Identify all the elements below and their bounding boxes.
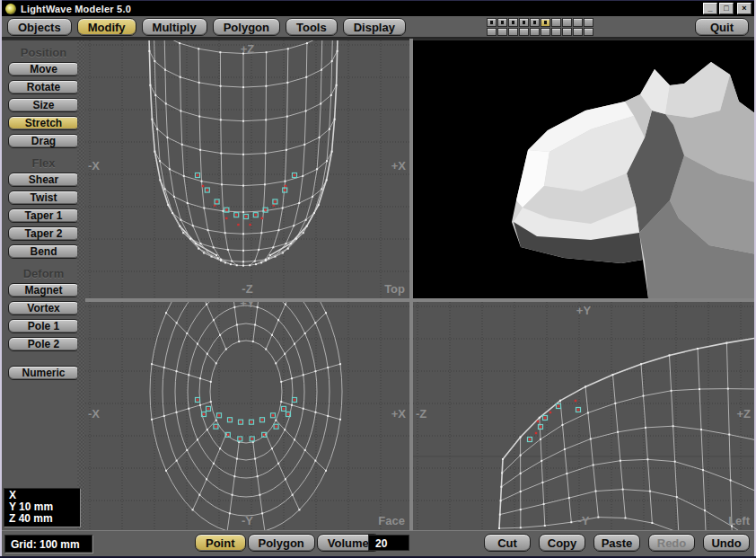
- selection-mode-buttons: PointPolygonVolume: [195, 534, 380, 552]
- sidebar-button-move[interactable]: Move: [8, 62, 80, 76]
- layer-alt-button-8[interactable]: [562, 28, 572, 36]
- wireframe-canvas-top[interactable]: [85, 40, 409, 298]
- titlebar[interactable]: LightWave Modeler 5.0 _□×: [2, 1, 754, 16]
- menu-item-polygon[interactable]: Polygon: [213, 18, 280, 36]
- menu-item-objects[interactable]: Objects: [7, 18, 72, 36]
- axis-label-right: +Z: [736, 407, 751, 421]
- section-label-flex: Flex: [2, 156, 85, 169]
- axis-label-bottom: -Y: [578, 514, 590, 527]
- section-label-position: Position: [2, 46, 85, 58]
- maximize-icon: □: [724, 4, 728, 13]
- layer-alt-button-7[interactable]: [551, 28, 561, 36]
- sidebar-button-twist[interactable]: Twist: [8, 190, 80, 205]
- layer-button-8[interactable]: [562, 18, 572, 27]
- app-window: LightWave Modeler 5.0 _□× ObjectsModifyM…: [0, 0, 756, 558]
- layer-button-3[interactable]: [508, 18, 518, 27]
- mode-button-point[interactable]: Point: [195, 534, 246, 552]
- sidebar-button-magnet[interactable]: Magnet: [8, 283, 80, 297]
- minimize-icon: _: [708, 4, 712, 13]
- layer-alt-button-5[interactable]: [530, 28, 540, 36]
- maximize-button[interactable]: □: [719, 3, 734, 14]
- layer-alt-button-9[interactable]: [573, 28, 583, 36]
- wireframe-canvas-face[interactable]: [85, 302, 409, 530]
- action-button-copy[interactable]: Copy: [539, 534, 585, 552]
- layer-alt-button-4[interactable]: [519, 28, 529, 36]
- sidebar-button-numeric[interactable]: Numeric: [8, 366, 80, 380]
- minimize-button[interactable]: _: [703, 3, 717, 14]
- layer-alt-button-10[interactable]: [584, 28, 593, 36]
- sidebar-button-taper-2[interactable]: Taper 2: [8, 226, 80, 241]
- sidebar-body: PositionMoveRotateSizeStretchDragFlexShe…: [2, 40, 85, 380]
- window-title: LightWave Modeler 5.0: [21, 4, 131, 14]
- axis-label-bottom: -Z: [242, 282, 252, 296]
- layer-button-2[interactable]: [497, 18, 507, 27]
- viewport-top[interactable]: +Z-X+X-ZTop: [85, 40, 409, 298]
- layer-alt-button-2[interactable]: [497, 28, 507, 36]
- layer-button-7[interactable]: [551, 18, 561, 27]
- viewport-divider-vertical: [409, 39, 413, 530]
- window-border-left: [0, 0, 2, 558]
- axis-label-top: +Y: [240, 302, 254, 310]
- axis-label-bottom: -Y: [242, 514, 253, 527]
- axis-label-left: -Z: [416, 407, 426, 421]
- window-border-top: [0, 0, 756, 1]
- coord-line-z: Z 40 mm: [9, 513, 75, 525]
- layer-alt-button-1[interactable]: [487, 28, 497, 36]
- view-name-label: Face: [378, 514, 405, 527]
- menu-item-display[interactable]: Display: [343, 18, 406, 36]
- layer-row-background: [487, 28, 593, 36]
- sidebar-button-shear[interactable]: Shear: [8, 173, 80, 187]
- window-controls: _□×: [703, 3, 752, 14]
- sidebar-button-vortex[interactable]: Vortex: [8, 301, 80, 315]
- app-icon: [5, 4, 16, 14]
- shaded-preview-canvas[interactable]: [413, 40, 754, 298]
- sidebar-button-drag[interactable]: Drag: [8, 134, 80, 148]
- action-button-cut[interactable]: Cut: [484, 534, 531, 552]
- sidebar-button-size[interactable]: Size: [8, 98, 80, 112]
- sidebar-button-rotate[interactable]: Rotate: [8, 80, 80, 94]
- axis-label-top: +Y: [576, 304, 591, 317]
- axis-label-top: +Z: [241, 42, 255, 56]
- layer-button-6[interactable]: [541, 18, 550, 27]
- axis-label-right: +X: [391, 159, 406, 173]
- wireframe-canvas-left[interactable]: [413, 302, 754, 530]
- section-label-deform: Deform: [2, 267, 85, 279]
- layer-alt-button-3[interactable]: [508, 28, 518, 36]
- layer-row-foreground: [487, 18, 593, 27]
- axis-label-right: +X: [391, 407, 406, 421]
- sidebar-button-pole-1[interactable]: Pole 1: [8, 319, 80, 333]
- axis-label-left: -X: [88, 159, 100, 173]
- layer-grid: [487, 18, 593, 36]
- viewport-face[interactable]: +Y-X+X-YFace: [85, 302, 409, 530]
- layer-button-10[interactable]: [584, 18, 593, 27]
- view-name-label: Top: [384, 282, 405, 296]
- action-button-paste[interactable]: Paste: [593, 534, 640, 552]
- sidebar-button-pole-2[interactable]: Pole 2: [8, 337, 80, 351]
- menu-item-modify[interactable]: Modify: [77, 18, 136, 36]
- close-button[interactable]: ×: [737, 3, 752, 14]
- viewport-left[interactable]: +Y-Z+Z-YLeft: [413, 302, 754, 530]
- sidebar-button-bend[interactable]: Bend: [8, 244, 80, 259]
- mode-button-polygon[interactable]: Polygon: [248, 534, 315, 552]
- action-button-undo[interactable]: Undo: [703, 534, 750, 552]
- grid-size-display: Grid: 100 mm: [4, 535, 92, 553]
- close-icon: ×: [742, 4, 746, 13]
- layer-button-5[interactable]: [530, 18, 540, 27]
- sidebar-button-taper-1[interactable]: Taper 1: [8, 208, 80, 223]
- layer-button-1[interactable]: [487, 18, 497, 27]
- sidebar-button-stretch[interactable]: Stretch: [8, 116, 80, 130]
- layer-button-4[interactable]: [519, 18, 529, 27]
- coordinate-readout: XY 10 mmZ 40 mm: [4, 488, 81, 527]
- selection-count-field[interactable]: 20: [368, 535, 409, 551]
- bottombar: Grid: 100 mm PointPolygonVolume 20 CutCo…: [2, 530, 754, 556]
- layer-button-9[interactable]: [573, 18, 583, 27]
- quit-button[interactable]: Quit: [695, 18, 749, 36]
- menubar: ObjectsModifyMultiplyPolygonToolsDisplay…: [2, 16, 754, 39]
- viewport-divider-horizontal: [85, 298, 754, 302]
- layer-alt-button-6[interactable]: [541, 28, 550, 36]
- menu-item-tools[interactable]: Tools: [286, 18, 338, 36]
- viewport-perspective[interactable]: [413, 40, 754, 298]
- edit-action-buttons: CutCopyPasteRedoUndo: [484, 534, 750, 552]
- action-button-redo[interactable]: Redo: [648, 534, 695, 552]
- menu-item-multiply[interactable]: Multiply: [142, 18, 207, 36]
